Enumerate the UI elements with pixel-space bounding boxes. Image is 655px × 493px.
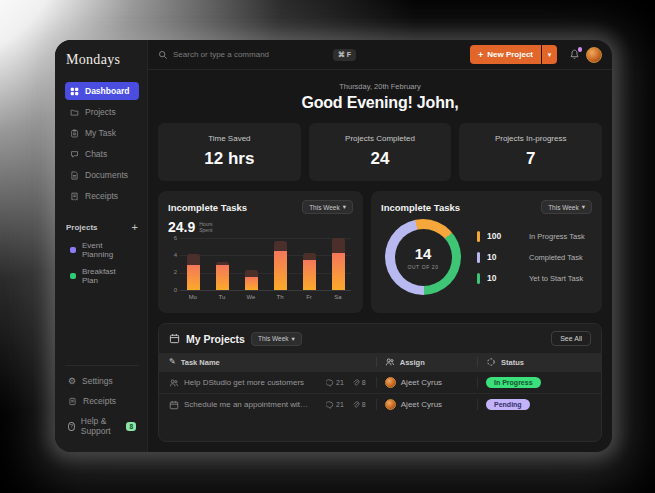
- stat-label: Projects Completed: [309, 134, 452, 143]
- project-color-dot: [70, 273, 76, 279]
- paperclip-icon: [352, 379, 360, 387]
- comments-count: 21: [326, 401, 344, 409]
- sidebar-project-event-planning[interactable]: Event Planning: [65, 237, 139, 263]
- projects-section-title: Projects: [66, 223, 98, 232]
- task-name: Help DStudio get more customers: [184, 378, 304, 387]
- sidebar-item-label: Help & Support: [81, 416, 121, 436]
- new-project-dropdown-button[interactable]: ▾: [542, 45, 557, 64]
- incomplete-tasks-bar-card: Incomplete Tasks This Week ▾ 24.9 Hours …: [158, 191, 363, 313]
- chevron-down-icon: ▾: [548, 51, 552, 59]
- projects-section-header: Projects +: [66, 222, 138, 233]
- bar-segment-hours: [187, 265, 200, 290]
- add-project-icon[interactable]: +: [132, 222, 138, 233]
- period-dropdown[interactable]: This Week ▾: [302, 200, 353, 214]
- legend-label: In Progress Task: [529, 232, 585, 241]
- page-title: Good Evening! John,: [158, 94, 602, 112]
- status-cell: Pending: [477, 399, 591, 410]
- comment-icon: [326, 401, 334, 409]
- chat-bubble-icon: [70, 150, 79, 159]
- bar-mo: [185, 238, 201, 290]
- bar-segment-remaining: [245, 270, 258, 277]
- comments-count: 21: [326, 379, 344, 387]
- legend-label: Yet to Start Task: [529, 274, 583, 283]
- stat-value: 24: [309, 149, 452, 169]
- x-axis-label: Mo: [185, 294, 201, 300]
- people-icon: [385, 357, 395, 367]
- folder-icon: [70, 108, 79, 117]
- sidebar-item-documents[interactable]: Documents: [65, 166, 139, 184]
- sidebar-project-breakfast-plan[interactable]: Breakfast Plan: [65, 263, 139, 289]
- column-label: Status: [501, 358, 524, 367]
- chevron-down-icon: ▾: [343, 203, 346, 211]
- table-header-row: ✎ Task Name Assign Status: [159, 353, 601, 371]
- sidebar-item-receipts-footer[interactable]: Receipts: [65, 392, 139, 410]
- assign-cell: Ajeet Cyrus: [376, 399, 477, 410]
- x-axis-label: Fr: [301, 294, 317, 300]
- table-row[interactable]: Help DStudio get more customers 21 8: [159, 371, 601, 393]
- sidebar-item-label: Chats: [85, 149, 107, 159]
- x-axis-label: We: [243, 294, 259, 300]
- sidebar-item-label: Documents: [85, 170, 128, 180]
- status-badge: Pending: [486, 399, 530, 410]
- period-dropdown[interactable]: This Week ▾: [541, 200, 592, 214]
- dashboard-grid-icon: [70, 87, 79, 96]
- column-label: Task Name: [181, 358, 220, 367]
- sidebar-item-settings[interactable]: ⚙ Settings: [65, 372, 139, 390]
- column-header-assign[interactable]: Assign: [376, 357, 477, 367]
- task-cell: Help DStudio get more customers 21 8: [169, 378, 376, 388]
- user-avatar[interactable]: [586, 47, 602, 63]
- donut-center-value: 14: [415, 245, 432, 262]
- plus-icon: +: [478, 50, 483, 60]
- new-project-split-button: + New Project ▾: [470, 45, 557, 64]
- bar-th: [272, 238, 288, 290]
- comments-value: 21: [336, 379, 344, 386]
- stat-card-projects-inprogress: Projects In-progress 7: [459, 123, 602, 181]
- assignee-name: Ajeet Cyrus: [401, 400, 442, 409]
- sidebar-item-receipts[interactable]: Receipts: [65, 187, 139, 205]
- help-icon: ?: [68, 422, 75, 431]
- charts-row: Incomplete Tasks This Week ▾ 24.9 Hours …: [158, 191, 602, 313]
- sidebar-item-my-task[interactable]: My Task: [65, 124, 139, 142]
- assignee-avatar: [385, 399, 396, 410]
- y-axis-tick: 0: [168, 287, 177, 293]
- sidebar-item-projects[interactable]: Projects: [65, 103, 139, 121]
- attachments-count: 8: [352, 401, 366, 409]
- app-window: Mondays Dashboard Projects My Task Chats…: [55, 40, 612, 452]
- card-header: Incomplete Tasks This Week ▾: [381, 200, 592, 214]
- stat-value: 12 hrs: [158, 149, 301, 169]
- sidebar-item-dashboard[interactable]: Dashboard: [65, 82, 139, 100]
- donut-body: 14 OUT OF 20 100 In Progress Task: [381, 219, 592, 295]
- new-project-button[interactable]: + New Project: [470, 45, 541, 64]
- period-label: This Week: [548, 204, 579, 211]
- donut-center: 14 OUT OF 20: [395, 229, 452, 286]
- metric-value: 24.9: [168, 219, 195, 235]
- notification-dot: [578, 47, 583, 52]
- current-date: Thursday, 20th February: [158, 82, 602, 91]
- incomplete-tasks-donut-card: Incomplete Tasks This Week ▾ 14 OUT OF 2…: [371, 191, 602, 313]
- bars: [180, 238, 351, 290]
- receipt-icon: [70, 192, 79, 201]
- legend-item-yet-to-start: 10 Yet to Start Task: [477, 273, 588, 284]
- clipboard-icon: [70, 129, 79, 138]
- legend-value: 10: [487, 273, 511, 283]
- status-cell: In Progress: [477, 377, 591, 388]
- sidebar-item-help-support[interactable]: ? Help & Support 8: [65, 412, 139, 440]
- table-row[interactable]: Schedule me an appointment with my on...…: [159, 393, 601, 415]
- task-cell: Schedule me an appointment with my on...…: [169, 400, 376, 410]
- see-all-button[interactable]: See All: [551, 331, 591, 346]
- column-header-status[interactable]: Status: [477, 357, 591, 367]
- column-header-task-name[interactable]: ✎ Task Name: [169, 358, 376, 367]
- attachments-value: 8: [362, 379, 366, 386]
- sidebar-item-chats[interactable]: Chats: [65, 145, 139, 163]
- task-meta: 21 8: [326, 401, 376, 409]
- brand-logo: Mondays: [66, 52, 139, 68]
- stat-label: Projects In-progress: [459, 134, 602, 143]
- notifications-button[interactable]: [569, 49, 580, 60]
- stat-card-time-saved: Time Saved 12 hrs: [158, 123, 301, 181]
- receipt-icon: [68, 397, 77, 406]
- project-label: Event Planning: [82, 241, 134, 259]
- chevron-down-icon: ▾: [582, 203, 585, 211]
- attachments-count: 8: [352, 379, 366, 387]
- period-dropdown[interactable]: This Week ▾: [251, 332, 302, 346]
- search-input[interactable]: Search or type a command ⌘ F: [158, 49, 356, 61]
